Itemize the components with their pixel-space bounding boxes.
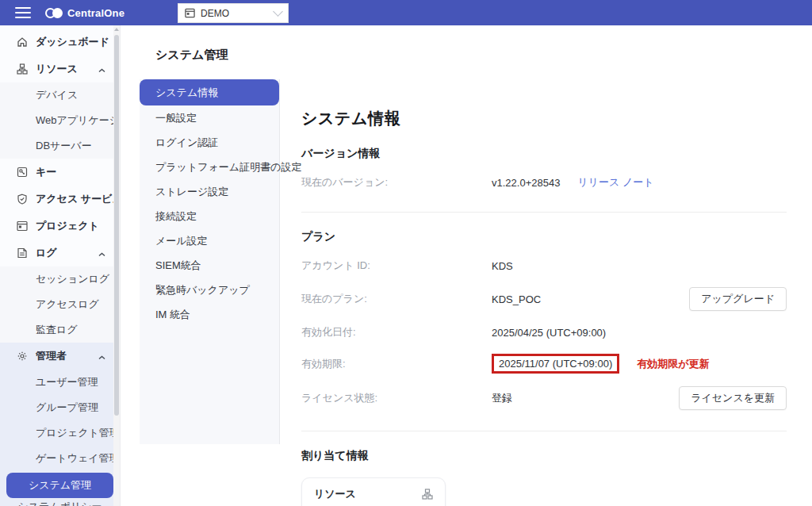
- settings-subnav: システム情報 一般設定 ログイン認証 プラットフォーム証明書の設定 ストレージ設…: [140, 79, 280, 444]
- main-area: システム管理 システム情報 一般設定 ログイン認証 プラットフォーム証明書の設定…: [121, 25, 812, 506]
- current-plan-row: 現在のプラン: KDS_POC アップグレード: [301, 287, 787, 311]
- resource-allocation-card: リソース 25 / 50: [301, 477, 446, 506]
- resources-icon: [422, 489, 433, 500]
- account-id-row: アカウント ID: KDS: [301, 257, 787, 274]
- sidebar: ダッシュボード リソース デバイス Webアプリケーシ... DBサーバー キー…: [0, 25, 121, 506]
- license-status-row: ライセンス状態: 登録 ライセンスを更新: [301, 386, 787, 410]
- log-icon: [16, 247, 28, 259]
- logo-icon: [45, 8, 63, 18]
- sidebar-item-gateway-management[interactable]: ゲートウェイ管理: [0, 446, 120, 471]
- sidebar-item-group-management[interactable]: グループ管理: [0, 395, 120, 420]
- chevron-up-icon: [98, 351, 105, 362]
- sidebar-item-keys[interactable]: キー: [0, 159, 120, 186]
- sidebar-item-admin[interactable]: 管理者: [0, 343, 120, 370]
- sidebar-item-system-management[interactable]: システム管理: [6, 473, 113, 498]
- divider: [301, 212, 787, 213]
- sidebar-scrollbar[interactable]: [113, 25, 120, 506]
- tab-mail-settings[interactable]: メール設定: [140, 228, 279, 253]
- version-row: 現在のバージョン: v1.22.0+28543 リリース ノート: [301, 174, 787, 191]
- system-info-panel: システム情報 バージョン情報 現在のバージョン: v1.22.0+28543 リ…: [301, 79, 787, 506]
- logo-text: CentralOne: [67, 7, 124, 19]
- tab-emergency-backup[interactable]: 緊急時バックアップ: [140, 278, 279, 302]
- home-icon: [16, 36, 28, 48]
- sidebar-item-audit-logs[interactable]: 監査ログ: [0, 317, 120, 343]
- tab-system-info[interactable]: システム情報: [140, 79, 279, 105]
- app-logo: CentralOne: [45, 7, 124, 19]
- tab-storage-settings[interactable]: ストレージ設定: [140, 179, 279, 204]
- admin-section: 管理者 ユーザー管理 グループ管理 プロジェクト管理 ゲートウェイ管理 システム…: [0, 343, 120, 506]
- key-icon: [16, 167, 28, 178]
- sidebar-item-access-logs[interactable]: アクセスログ: [0, 292, 120, 317]
- tab-platform-cert[interactable]: プラットフォーム証明書の設定: [140, 155, 279, 179]
- sidebar-item-logs[interactable]: ログ: [0, 240, 120, 266]
- version-section-heading: バージョン情報: [301, 147, 787, 161]
- tenant-value: DEMO: [201, 8, 274, 19]
- tenant-select[interactable]: DEMO: [178, 3, 289, 23]
- top-bar: CentralOne: [0, 0, 812, 25]
- content-title: システム情報: [301, 108, 787, 129]
- sidebar-item-access-services[interactable]: アクセス サービス: [0, 186, 120, 213]
- page-title: システム管理: [155, 48, 228, 63]
- tab-im-integration[interactable]: IM 統合: [140, 302, 279, 327]
- allocation-section-heading: 割り当て情報: [301, 449, 787, 463]
- resources-icon: [16, 63, 28, 75]
- sidebar-item-session-logs[interactable]: セッションログ: [0, 266, 120, 292]
- plan-section-heading: プラン: [301, 230, 787, 244]
- logs-submenu: セッションログ アクセスログ 監査ログ: [0, 266, 120, 343]
- renew-license-button[interactable]: ライセンスを更新: [679, 386, 787, 410]
- tab-siem-integration[interactable]: SIEM統合: [140, 253, 279, 278]
- version-value: v1.22.0+28543: [492, 177, 560, 189]
- tab-general-settings[interactable]: 一般設定: [140, 105, 279, 130]
- expiration-date-row: 有効期限: 2025/11/07 (UTC+09:00) 有効期限が更新: [301, 354, 787, 374]
- release-notes-link[interactable]: リリース ノート: [577, 175, 653, 190]
- activation-date-row: 有効化日付: 2025/04/25 (UTC+09:00): [301, 324, 787, 341]
- sidebar-item-user-management[interactable]: ユーザー管理: [0, 370, 120, 395]
- project-icon: [16, 220, 28, 232]
- expiration-updated-note: 有効期限が更新: [637, 357, 709, 371]
- version-label: 現在のバージョン:: [301, 175, 492, 190]
- upgrade-button[interactable]: アップグレード: [689, 287, 787, 311]
- sidebar-item-resources[interactable]: リソース: [0, 56, 120, 82]
- shield-check-icon: [16, 194, 28, 205]
- scrollbar-thumb[interactable]: [114, 35, 119, 416]
- chevron-down-icon: [273, 6, 283, 17]
- sidebar-item-db-servers[interactable]: DBサーバー: [0, 133, 120, 159]
- chevron-up-icon: [98, 63, 105, 75]
- sidebar-item-web-applications[interactable]: Webアプリケーシ...: [0, 108, 120, 133]
- tab-connection-settings[interactable]: 接続設定: [140, 204, 279, 228]
- gear-icon: [16, 351, 28, 362]
- sidebar-item-projects[interactable]: プロジェクト: [0, 213, 120, 240]
- scrollbar-up-arrow[interactable]: [114, 28, 119, 31]
- sidebar-item-partial[interactable]: システムポリシー: [0, 500, 120, 506]
- sidebar-item-dashboard[interactable]: ダッシュボード: [0, 29, 120, 56]
- divider: [301, 431, 787, 431]
- sidebar-item-devices[interactable]: デバイス: [0, 82, 120, 108]
- project-icon: [185, 8, 195, 18]
- resources-submenu: デバイス Webアプリケーシ... DBサーバー: [0, 82, 120, 159]
- chevron-up-icon: [98, 247, 105, 259]
- resource-card-label: リソース: [314, 487, 356, 501]
- menu-toggle-icon[interactable]: [15, 7, 31, 18]
- expiration-date-highlight: 2025/11/07 (UTC+09:00): [492, 354, 619, 374]
- tab-login-auth[interactable]: ログイン認証: [140, 130, 279, 155]
- sidebar-item-project-management[interactable]: プロジェクト管理: [0, 420, 120, 446]
